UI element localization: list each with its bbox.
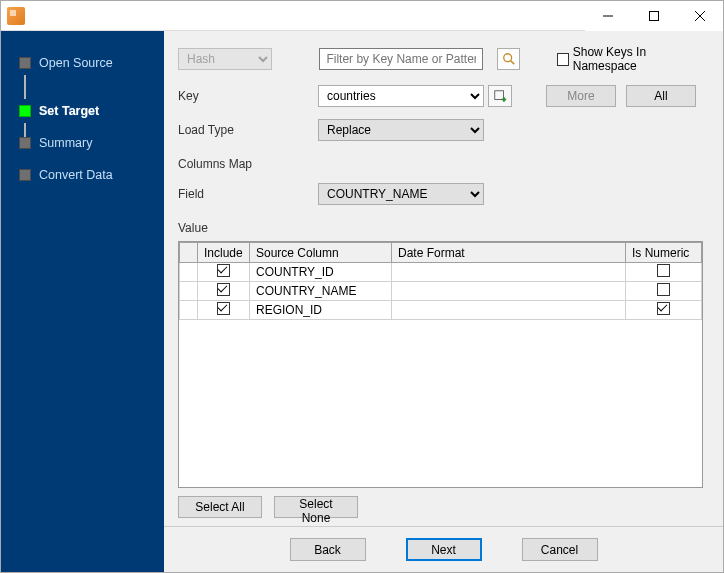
table-row[interactable]: COUNTRY_NAME — [180, 282, 702, 301]
step-open-source[interactable]: Open Source — [1, 47, 164, 79]
table-row[interactable]: REGION_ID — [180, 301, 702, 320]
step-label: Convert Data — [39, 168, 113, 182]
step-label: Summary — [39, 136, 92, 150]
type-select[interactable]: Hash — [178, 48, 272, 70]
minimize-button[interactable] — [585, 1, 631, 31]
all-button[interactable]: All — [626, 85, 696, 107]
show-keys-checkbox[interactable]: Show Keys In Namespace — [557, 45, 703, 73]
wizard-sidebar: Open Source Set Target Summary Convert D… — [1, 31, 164, 572]
select-none-button[interactable]: Select None — [274, 496, 358, 518]
isnumeric-checkbox[interactable] — [657, 264, 670, 277]
include-checkbox[interactable] — [217, 283, 230, 296]
cell-source[interactable]: COUNTRY_ID — [250, 263, 392, 282]
row-header[interactable] — [180, 301, 198, 320]
main-panel: Hash Show Keys In Namespace Key — [164, 31, 723, 572]
cell-dateformat[interactable] — [392, 263, 626, 282]
search-button[interactable] — [497, 48, 519, 70]
step-marker-icon — [19, 169, 31, 181]
col-dateformat[interactable]: Date Format — [392, 243, 626, 263]
cell-include[interactable] — [198, 301, 250, 320]
step-marker-icon — [19, 105, 31, 117]
col-source[interactable]: Source Column — [250, 243, 392, 263]
row-header[interactable] — [180, 282, 198, 301]
cell-dateformat[interactable] — [392, 301, 626, 320]
loadtype-label: Load Type — [178, 123, 318, 137]
isnumeric-checkbox[interactable] — [657, 283, 670, 296]
cell-dateformat[interactable] — [392, 282, 626, 301]
row-header[interactable] — [180, 263, 198, 282]
close-button[interactable] — [677, 1, 723, 31]
key-select[interactable]: countries — [318, 85, 484, 107]
step-label: Open Source — [39, 56, 113, 70]
add-key-button[interactable] — [488, 85, 512, 107]
maximize-button[interactable] — [631, 1, 677, 31]
cell-isnumeric[interactable] — [626, 263, 702, 282]
cell-include[interactable] — [198, 282, 250, 301]
loadtype-select[interactable]: Replace — [318, 119, 484, 141]
show-keys-label: Show Keys In Namespace — [573, 45, 703, 73]
value-label: Value — [178, 221, 703, 235]
svg-point-4 — [503, 54, 511, 62]
columns-map-label: Columns Map — [178, 157, 703, 171]
step-summary[interactable]: Summary — [1, 127, 164, 159]
col-isnumeric[interactable]: Is Numeric — [626, 243, 702, 263]
cell-isnumeric[interactable] — [626, 282, 702, 301]
app-window: Open Source Set Target Summary Convert D… — [0, 0, 724, 573]
filter-input[interactable] — [319, 48, 483, 70]
field-label: Field — [178, 187, 318, 201]
select-all-button[interactable]: Select All — [178, 496, 262, 518]
cell-source[interactable]: COUNTRY_NAME — [250, 282, 392, 301]
cell-source[interactable]: REGION_ID — [250, 301, 392, 320]
wizard-footer: Back Next Cancel — [164, 526, 723, 572]
back-button[interactable]: Back — [290, 538, 366, 561]
grid-header-row: Include Source Column Date Format Is Num… — [180, 243, 702, 263]
next-button[interactable]: Next — [406, 538, 482, 561]
cell-isnumeric[interactable] — [626, 301, 702, 320]
more-button[interactable]: More — [546, 85, 616, 107]
step-set-target[interactable]: Set Target — [1, 95, 164, 127]
titlebar — [1, 1, 723, 31]
show-keys-checkbox-input[interactable] — [557, 53, 569, 66]
app-icon — [7, 7, 25, 25]
step-label: Set Target — [39, 104, 99, 118]
include-checkbox[interactable] — [217, 264, 230, 277]
isnumeric-checkbox[interactable] — [657, 302, 670, 315]
col-include[interactable]: Include — [198, 243, 250, 263]
rowheader-corner — [180, 243, 198, 263]
step-marker-icon — [19, 57, 31, 69]
columns-grid[interactable]: Include Source Column Date Format Is Num… — [178, 241, 703, 488]
field-select[interactable]: COUNTRY_NAME — [318, 183, 484, 205]
step-marker-icon — [19, 137, 31, 149]
table-row[interactable]: COUNTRY_ID — [180, 263, 702, 282]
include-checkbox[interactable] — [217, 302, 230, 315]
cancel-button[interactable]: Cancel — [522, 538, 598, 561]
svg-line-5 — [510, 61, 514, 65]
svg-rect-6 — [495, 91, 504, 100]
key-label: Key — [178, 89, 318, 103]
window-controls — [585, 1, 723, 31]
step-convert-data[interactable]: Convert Data — [1, 159, 164, 191]
svg-rect-1 — [650, 11, 659, 20]
cell-include[interactable] — [198, 263, 250, 282]
